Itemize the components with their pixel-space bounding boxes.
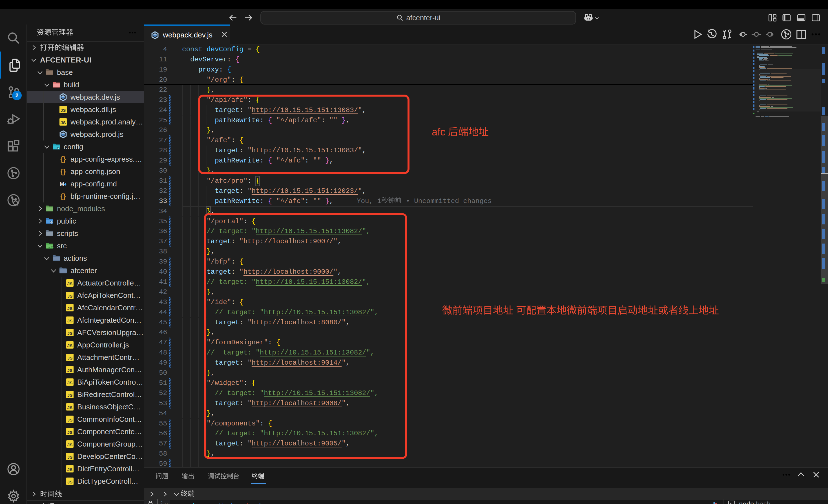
svg-text:</>: </> bbox=[48, 246, 54, 249]
